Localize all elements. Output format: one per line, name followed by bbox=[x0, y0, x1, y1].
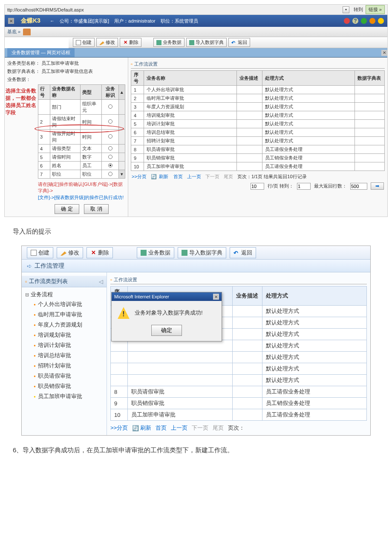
tree-item[interactable]: 培训规划审批 bbox=[25, 330, 103, 340]
tree-item[interactable]: 培训总结审批 bbox=[25, 350, 103, 361]
workflow-row[interactable]: 2临时用工申请审批默认处理方式 bbox=[131, 94, 385, 103]
power-icon[interactable] bbox=[344, 18, 350, 24]
ok-button[interactable]: 确 定 bbox=[55, 204, 79, 214]
scrollbar-track[interactable] bbox=[119, 115, 125, 130]
bizdata-row[interactable]: 7职位职位▾ bbox=[38, 170, 125, 179]
perpage-input[interactable] bbox=[251, 183, 264, 190]
bizdata-row[interactable]: 5请假时间数字 bbox=[38, 153, 125, 162]
page-info: 页次：1/1页 结果共返回10行记录 bbox=[237, 173, 307, 180]
scrollbar-track[interactable] bbox=[119, 153, 125, 162]
workflow-row[interactable]: 10员工加班申请审批员工请假业务处理 bbox=[131, 162, 385, 171]
next-page-2[interactable]: 下一页 bbox=[192, 424, 208, 432]
refresh-link[interactable]: 🔄 刷新 bbox=[151, 173, 169, 180]
workflow-row-2[interactable]: 8职员请假审批员工请假业务处理 bbox=[111, 386, 367, 398]
workflow-row[interactable]: 3年度人力资源规划默认处理方式 bbox=[131, 103, 385, 111]
scrollbar-track[interactable] bbox=[119, 145, 125, 153]
workflow-row[interactable]: 5培训计划审批默认处理方式 bbox=[131, 120, 385, 128]
refresh-icon[interactable] bbox=[369, 18, 375, 24]
bizdata-button-2[interactable]: 业务数据 bbox=[137, 247, 174, 258]
workflow-row[interactable]: 6培训总结审批默认处理方式 bbox=[131, 128, 385, 137]
workflow-row[interactable]: 4培训规划审批默认处理方式 bbox=[131, 111, 385, 120]
delete-button-2[interactable]: ✕删除 bbox=[86, 247, 113, 258]
scrollbar-track[interactable] bbox=[119, 162, 125, 170]
star-icon[interactable] bbox=[378, 18, 384, 24]
cell-flag[interactable] bbox=[102, 115, 119, 130]
go-button[interactable]: ➡ bbox=[371, 182, 384, 190]
cell-flag[interactable] bbox=[102, 170, 119, 179]
workflow-row-2[interactable]: 9职员销假审批员工销假业务处理 bbox=[111, 398, 367, 409]
workflow-row[interactable]: 9职员销假审批员工销假业务处理 bbox=[131, 154, 385, 162]
dropdown-icon[interactable]: ▾ bbox=[343, 6, 349, 13]
first-page-2[interactable]: 首页 bbox=[156, 424, 167, 432]
bizdata-row[interactable]: 6姓名员工 bbox=[38, 162, 125, 170]
dialog-tab[interactable]: 业务数据管理 — 网页对话框 bbox=[7, 48, 75, 57]
importdict-button[interactable]: 导入数据字典 bbox=[186, 38, 227, 47]
last-page-2[interactable]: 尾页 bbox=[213, 424, 224, 432]
workflow-row-2[interactable]: 10员工加班申请审批员工请假业务处理 bbox=[111, 409, 367, 421]
tree-item[interactable]: 临时用工申请审批 bbox=[25, 309, 103, 320]
workflow-row-2[interactable]: 默认处理方式 bbox=[111, 375, 367, 386]
doc-caption-1: 导入后的提示 bbox=[13, 225, 379, 237]
tree-item[interactable]: 职员请假审批 bbox=[25, 371, 103, 381]
back-button-2[interactable]: ↶返回 bbox=[230, 247, 256, 258]
status-icon[interactable] bbox=[361, 18, 367, 24]
bizdata-row[interactable]: 3请假开始时间时间 bbox=[38, 130, 125, 145]
cell-flag[interactable] bbox=[102, 153, 119, 162]
workflow-row[interactable]: 1个人外出培训审批默认处理方式 bbox=[131, 86, 385, 94]
scrollbar-track[interactable] bbox=[119, 100, 125, 115]
tab-close-icon[interactable]: ✕ bbox=[381, 50, 387, 56]
help-icon[interactable]: ? bbox=[352, 18, 358, 24]
cell-flag[interactable] bbox=[102, 130, 119, 145]
last-page[interactable]: 尾页 bbox=[224, 173, 233, 180]
tree-item[interactable]: 年度人力资源规划 bbox=[25, 320, 103, 330]
tree-item[interactable]: 个人外出培训审批 bbox=[25, 299, 103, 309]
cell-flag[interactable] bbox=[102, 100, 119, 115]
tree-item[interactable]: 员工加班申请审批 bbox=[25, 391, 103, 402]
home-icon[interactable] bbox=[23, 29, 31, 35]
bizdata-row[interactable]: 2请假结束时间时间 bbox=[38, 115, 125, 130]
maxrows-input[interactable] bbox=[350, 183, 367, 190]
workflow-row-2[interactable]: 默认处理方式 bbox=[111, 352, 367, 363]
close-icon[interactable]: ✕ bbox=[8, 18, 14, 24]
links-button[interactable]: 链接 » bbox=[366, 5, 385, 14]
cell-flag[interactable] bbox=[102, 145, 119, 153]
workflow-row[interactable]: 7招聘计划审批默认处理方式 bbox=[131, 137, 385, 145]
bizdata-row[interactable]: 部门组织单元 bbox=[38, 100, 125, 115]
tree-root[interactable]: 业务流程 bbox=[25, 290, 103, 299]
goto-link[interactable]: 转到 bbox=[354, 6, 363, 13]
cell-flag[interactable] bbox=[102, 162, 119, 170]
collapse-icon[interactable]: ◁ bbox=[99, 278, 103, 285]
cell-desc bbox=[236, 137, 262, 145]
basedir-link[interactable]: 基底 » bbox=[7, 29, 20, 35]
prev-page-2[interactable]: 上一页 bbox=[171, 424, 187, 432]
first-page[interactable]: 首页 bbox=[173, 173, 183, 180]
scroll-up-button[interactable]: ▴ bbox=[119, 85, 125, 100]
cell2-desc bbox=[232, 329, 262, 340]
tree-item[interactable]: 招聘计划审批 bbox=[25, 361, 103, 371]
scroll-down-button[interactable]: ▾ bbox=[119, 170, 125, 179]
msgbox-close-icon[interactable]: ✕ bbox=[213, 294, 219, 300]
paging-label[interactable]: >>分页 bbox=[132, 173, 147, 180]
delete-button[interactable]: ✕删除 bbox=[120, 38, 141, 47]
tree-item[interactable]: 培训计划审批 bbox=[25, 340, 103, 350]
scrollbar-track[interactable] bbox=[119, 130, 125, 145]
back-button[interactable]: ↶返回 bbox=[228, 38, 250, 47]
bizdata-row[interactable]: 4请假类型文本 bbox=[38, 145, 125, 153]
workflow-row[interactable]: 8职员请假审批员工请假业务处理 bbox=[131, 145, 385, 154]
cancel-button[interactable]: 取 消 bbox=[84, 204, 108, 214]
modify-button-2[interactable]: 修改 bbox=[57, 247, 83, 258]
create-button[interactable]: 创建 bbox=[73, 38, 95, 47]
next-page[interactable]: 下一页 bbox=[205, 173, 219, 180]
paging-label-2[interactable]: >>分页 bbox=[110, 424, 128, 432]
modify-button[interactable]: 修改 bbox=[96, 38, 118, 47]
refresh-link-2[interactable]: 🔄刷新 bbox=[132, 424, 151, 432]
prev-page[interactable]: 上一页 bbox=[187, 173, 201, 180]
tree-item[interactable]: 职员销假审批 bbox=[25, 381, 103, 391]
workflow-row-2[interactable]: 默认处理方式 bbox=[111, 340, 367, 352]
bizdata-button[interactable]: 业务数据 bbox=[153, 38, 184, 47]
importdict-button-2[interactable]: 导入数据字典 bbox=[178, 247, 226, 258]
goto-input[interactable] bbox=[297, 183, 311, 190]
msgbox-ok-button[interactable]: 确定 bbox=[151, 325, 182, 336]
workflow-row-2[interactable]: 默认处理方式 bbox=[111, 363, 367, 375]
create-button-2[interactable]: 创建 bbox=[27, 247, 53, 258]
